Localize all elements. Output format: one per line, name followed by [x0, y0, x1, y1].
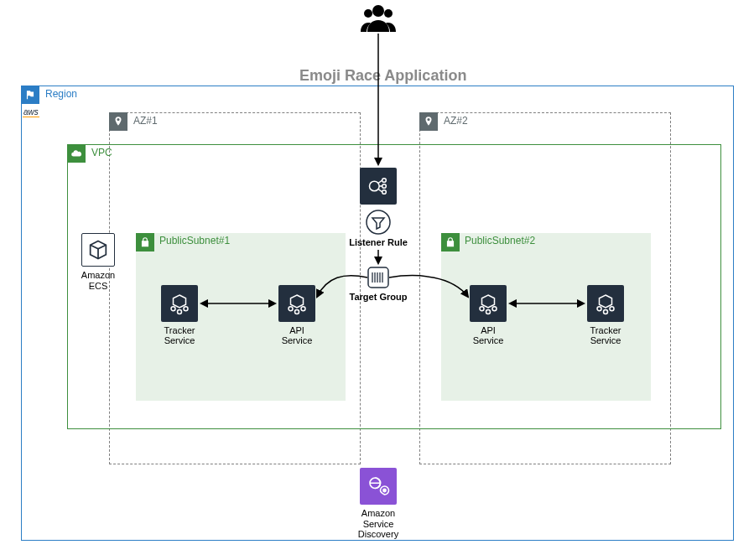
arrows-layer [0, 0, 754, 560]
diagram-canvas: Emoji Race Application Region aws AZ#1 A… [0, 0, 754, 560]
